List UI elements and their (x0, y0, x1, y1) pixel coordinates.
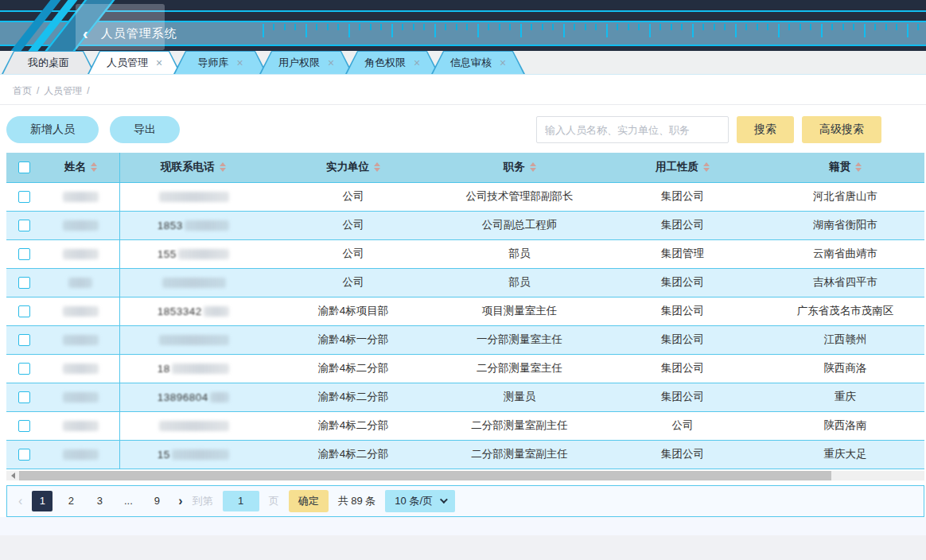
column-label: 实力单位 (326, 160, 369, 174)
cell-origin: 重庆大足 (766, 440, 924, 469)
cell-duty: 二分部测量室副主任 (440, 411, 599, 440)
column-header[interactable]: 姓名 (42, 153, 119, 182)
goto-page-input[interactable] (223, 491, 259, 511)
redacted-name (63, 449, 99, 460)
next-page-icon[interactable]: › (178, 494, 182, 508)
cell-duty: 测量员 (440, 383, 599, 411)
cell-duty: 一分部测量室主任 (440, 325, 599, 354)
cell-duty: 部员 (440, 268, 599, 297)
advanced-search-button[interactable]: 高级搜索 (802, 116, 881, 143)
column-header[interactable]: 用工性质 (599, 153, 766, 182)
row-checkbox[interactable] (18, 449, 30, 461)
cell-duty: 公司技术管理部副部长 (440, 182, 599, 211)
redacted-phone (162, 278, 226, 288)
prev-page-icon[interactable]: ‹ (18, 494, 22, 508)
tab-信息审核[interactable]: 信息审核 × (431, 51, 525, 74)
redacted-name (63, 364, 99, 374)
tab-label: 用户权限 (278, 56, 320, 70)
column-header[interactable]: 籍贯 (766, 153, 924, 182)
row-checkbox[interactable] (18, 363, 30, 375)
horizontal-scrollbar[interactable] (6, 471, 924, 480)
cell-unit: 公司 (267, 211, 440, 239)
confirm-button[interactable]: 确定 (289, 490, 329, 512)
cell-nature: 集团公司 (599, 268, 766, 297)
tab-我的桌面[interactable]: 我的桌面 (2, 51, 95, 74)
page-size-label: 10 条/页 (395, 494, 433, 508)
select-all-checkbox[interactable] (18, 161, 30, 173)
back-chevron-icon[interactable]: ‹ (83, 25, 88, 41)
sort-icon[interactable] (220, 162, 226, 172)
page-size-select[interactable]: 10 条/页 (385, 490, 455, 512)
tab-导师库[interactable]: 导师库 × (173, 51, 267, 74)
cell-origin: 陕西商洛 (766, 354, 924, 383)
page-number-button[interactable]: 9 (146, 491, 167, 511)
row-checkbox[interactable] (18, 220, 30, 231)
cell-phone: 15 (119, 440, 267, 469)
row-checkbox[interactable] (18, 334, 30, 346)
tab-close-icon[interactable]: × (328, 57, 334, 68)
pagination-bar: ‹ 123...9 › 到第 页 确定 共 89 条 10 条/页 (6, 485, 924, 517)
row-checkbox[interactable] (18, 248, 30, 260)
search-button[interactable]: 搜索 (737, 116, 794, 143)
tab-label: 我的桌面 (28, 56, 69, 70)
tab-用户权限[interactable]: 用户权限 × (259, 51, 353, 74)
row-checkbox[interactable] (18, 191, 30, 203)
scrollbar-thumb[interactable] (19, 471, 831, 480)
page-number-button[interactable]: 1 (32, 491, 53, 511)
tab-label: 导师库 (197, 56, 228, 70)
tab-close-icon[interactable]: × (414, 57, 420, 68)
table-row[interactable]: 公司 公司技术管理部副部长 集团公司 河北省唐山市 (6, 182, 924, 211)
row-checkbox[interactable] (18, 420, 30, 432)
column-header[interactable]: 职务 (440, 153, 599, 182)
cell-nature: 集团公司 (599, 354, 766, 383)
column-header[interactable]: 实力单位 (267, 153, 440, 182)
cell-phone (119, 325, 267, 354)
column-header[interactable]: 现联系电话 (119, 153, 267, 182)
table-row[interactable]: 1853342 渝黔4标项目部 项目测量室主任 集团公司 广东省茂名市茂南区 (6, 297, 924, 325)
cell-unit: 渝黔4标项目部 (267, 297, 440, 325)
cell-nature: 集团公司 (599, 182, 766, 211)
cell-unit: 渝黔4标二分部 (267, 440, 440, 469)
cell-nature: 集团公司 (599, 211, 766, 239)
breadcrumb-item[interactable]: 人员管理 (44, 85, 82, 96)
tab-close-icon[interactable]: × (500, 57, 506, 68)
breadcrumb-separator: / (87, 85, 89, 96)
table-row[interactable]: 渝黔4标一分部 一分部测量室主任 集团公司 江西赣州 (6, 325, 924, 354)
redacted-phone (159, 192, 229, 202)
personnel-table: 姓名 现联系电话 实力单位 职务 用工性质 (6, 153, 924, 469)
sort-icon[interactable] (530, 162, 536, 172)
table-row[interactable]: 公司 部员 集团公司 吉林省四平市 (6, 268, 924, 297)
sort-icon[interactable] (703, 162, 710, 172)
breadcrumb-separator: / (37, 85, 39, 96)
tab-close-icon[interactable]: × (156, 57, 162, 68)
app-header: ‹ 人员管理系统 (0, 0, 926, 51)
breadcrumb-item[interactable]: 首页 (13, 85, 32, 96)
tab-label: 信息审核 (450, 56, 492, 70)
tab-人员管理[interactable]: 人员管理 × (88, 51, 181, 74)
table-row[interactable]: 15 渝黔4标二分部 二分部测量室副主任 集团公司 重庆大足 (6, 440, 924, 469)
sort-icon[interactable] (374, 162, 380, 172)
scroll-left-button[interactable] (6, 471, 19, 480)
sort-icon[interactable] (855, 162, 862, 172)
tab-角色权限[interactable]: 角色权限 × (345, 51, 439, 74)
scrollbar-track[interactable] (831, 471, 924, 480)
column-label: 职务 (504, 160, 525, 174)
page-number-button[interactable]: 2 (60, 491, 81, 511)
table-row[interactable]: 18 渝黔4标二分部 二分部测量室主任 集团公司 陕西商洛 (6, 354, 924, 383)
row-checkbox[interactable] (18, 391, 30, 403)
table-row[interactable]: 1853 公司 公司副总工程师 集团公司 湖南省衡阳市 (6, 211, 924, 239)
cell-duty: 部员 (440, 239, 599, 268)
add-person-button[interactable]: 新增人员 (6, 116, 99, 143)
redacted-name (63, 306, 99, 317)
export-button[interactable]: 导出 (110, 116, 180, 143)
search-input[interactable] (536, 116, 729, 143)
table-row[interactable]: 155 公司 部员 集团管理 云南省曲靖市 (6, 239, 924, 268)
table-row[interactable]: 13896804 渝黔4标二分部 测量员 集团公司 重庆 (6, 383, 924, 411)
table-row[interactable]: 渝黔4标二分部 二分部测量室副主任 公司 陕西洛南 (6, 411, 924, 440)
tab-close-icon[interactable]: × (236, 57, 243, 68)
row-checkbox[interactable] (18, 277, 30, 289)
sort-icon[interactable] (91, 162, 97, 172)
cell-phone: 18 (119, 354, 267, 383)
page-number-button[interactable]: 3 (89, 491, 110, 511)
row-checkbox[interactable] (18, 305, 30, 317)
